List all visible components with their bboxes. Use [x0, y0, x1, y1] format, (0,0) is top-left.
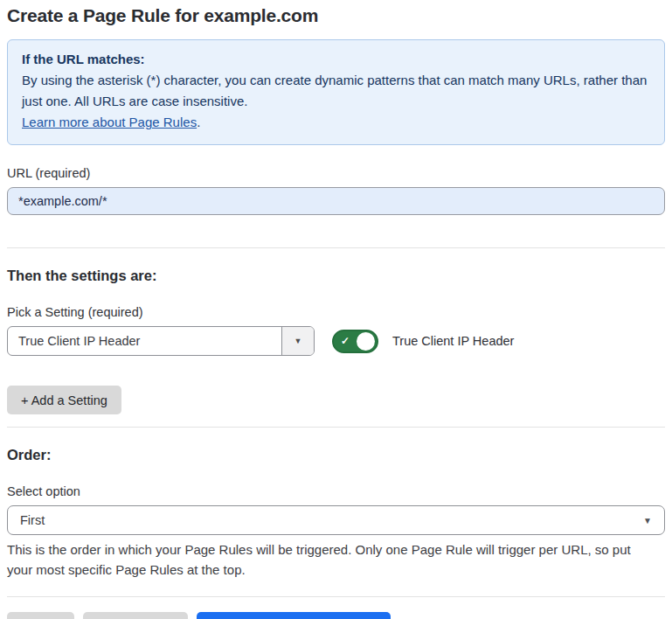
info-box-body-text: By using the asterisk (*) character, you… [22, 73, 647, 108]
order-select-value: First [20, 513, 45, 527]
chevron-down-icon: ▼ [643, 516, 652, 525]
order-help-text: This is the order in which your Page Rul… [7, 540, 658, 580]
setting-row: True Client IP Header ▼ ✓ True Client IP… [7, 326, 665, 356]
setting-select-value: True Client IP Header [8, 327, 281, 355]
add-setting-button[interactable]: + Add a Setting [7, 386, 121, 414]
chevron-down-icon: ▼ [294, 337, 302, 345]
save-deploy-button[interactable]: Save and Deploy Page Rule [197, 612, 391, 619]
order-select[interactable]: First ▼ [7, 505, 665, 535]
section-divider [7, 247, 665, 248]
url-label: URL (required) [7, 166, 665, 180]
save-draft-button[interactable]: Save as Draft [83, 612, 188, 619]
learn-more-link[interactable]: Learn more about Page Rules [22, 115, 197, 129]
page-rule-form: Create a Page Rule for example.com If th… [0, 0, 672, 619]
info-box-body: By using the asterisk (*) character, you… [22, 70, 650, 133]
setting-select-caret-segment[interactable]: ▼ [281, 327, 314, 355]
toggle-label: True Client IP Header [392, 334, 514, 348]
setting-select[interactable]: True Client IP Header ▼ [7, 326, 315, 356]
footer-actions: Cancel Save as Draft Save and Deploy Pag… [7, 612, 665, 619]
toggle-knob [357, 332, 375, 351]
check-icon: ✓ [341, 336, 350, 346]
order-select-label: Select option [7, 484, 665, 498]
info-box-heading: If the URL matches: [22, 49, 650, 70]
url-match-info-box: If the URL matches: By using the asteris… [7, 39, 665, 145]
page-title: Create a Page Rule for example.com [7, 5, 665, 26]
setting-toggle[interactable]: ✓ [332, 330, 378, 353]
url-input[interactable] [7, 187, 665, 215]
cancel-button[interactable]: Cancel [7, 612, 74, 619]
order-heading: Order: [7, 447, 665, 463]
section-divider [7, 427, 665, 428]
footer-divider [7, 596, 665, 597]
settings-heading: Then the settings are: [7, 268, 665, 284]
link-suffix: . [197, 115, 200, 129]
pick-setting-label: Pick a Setting (required) [7, 305, 665, 319]
